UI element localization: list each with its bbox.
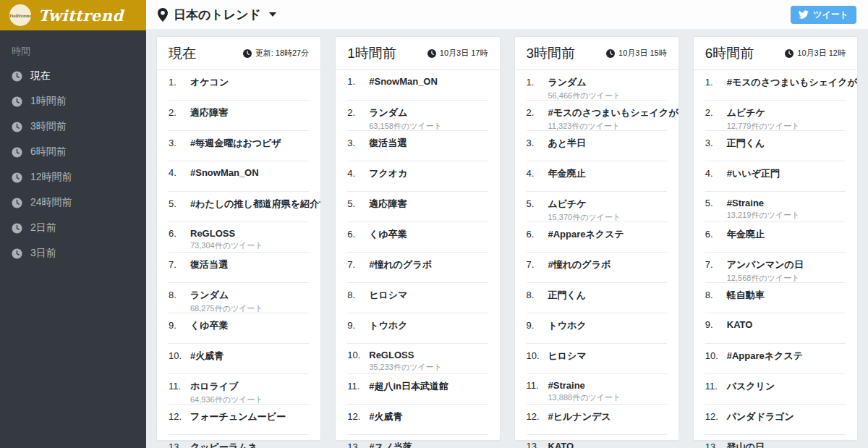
sidebar-item[interactable]: 2日前: [0, 216, 146, 241]
trend-link[interactable]: トウホク: [369, 319, 407, 332]
sidebar-item[interactable]: 3日前: [0, 241, 146, 266]
trend-rank: 11.: [705, 381, 727, 392]
trend-link[interactable]: 軽自動車: [727, 289, 765, 302]
trend-link[interactable]: くゆ卒業: [190, 319, 229, 332]
tweet-button[interactable]: ツイート: [791, 6, 856, 24]
clock-icon: [12, 223, 22, 234]
trend-link[interactable]: #火威青: [369, 410, 402, 423]
trend-link[interactable]: あと半日: [548, 137, 587, 150]
trend-link[interactable]: パンダドラゴン: [727, 410, 794, 423]
trend-link[interactable]: ヒロシマ: [369, 289, 407, 302]
trend-link[interactable]: ランダム: [190, 289, 229, 302]
trend-link[interactable]: 適応障害: [369, 198, 407, 211]
trend-link[interactable]: ReGLOSS: [190, 228, 235, 239]
sidebar-item[interactable]: 12時間前: [0, 165, 146, 190]
trend-link[interactable]: KATO: [548, 441, 574, 448]
trend-link[interactable]: トウホク: [548, 319, 587, 332]
trend-line: 1. ランダム: [527, 76, 667, 89]
trend-link[interactable]: #スノ当落: [369, 441, 412, 448]
trend-link[interactable]: くゆ卒業: [369, 228, 407, 241]
trend-link[interactable]: 年金廃止: [727, 228, 765, 241]
trend-line: 9. くゆ卒業: [169, 319, 309, 332]
trend-link[interactable]: ヒロシマ: [548, 350, 587, 363]
trend-line: 8. ランダム: [169, 289, 309, 302]
trend-row: 10. #Appareネクステ: [694, 344, 857, 374]
trend-link[interactable]: ランダム: [369, 106, 407, 119]
app-logo-title[interactable]: Twittrend: [38, 7, 124, 25]
trend-rank: 1.: [705, 77, 727, 88]
trend-rank: 12.: [705, 411, 727, 422]
column-title: 1時間前: [347, 44, 396, 63]
trend-link[interactable]: #SnowMan_ON: [190, 167, 259, 178]
trend-list: 1. オケコン 2. 適応障害 3. #毎週金曜はおつピザ 4. #SnowMa…: [157, 70, 320, 448]
sidebar-item[interactable]: 3時間前: [0, 114, 146, 140]
clock-icon: [12, 96, 22, 107]
trend-link[interactable]: ランダム: [548, 76, 587, 89]
trend-row: 6. ReGLOSS 73,304件のツイート: [157, 222, 320, 253]
trend-link[interactable]: #Appareネクステ: [727, 350, 803, 363]
trend-link[interactable]: #毎週金曜はおつピザ: [190, 137, 281, 150]
trend-link[interactable]: バスクリン: [727, 380, 775, 393]
trend-line: 12. フォーチュンムービー: [169, 410, 309, 423]
trend-link[interactable]: #Appareネクステ: [548, 228, 624, 241]
trend-link[interactable]: #モスのさつまいもシェイクが再登場: [727, 76, 857, 89]
trend-row: 4. 年金廃止: [515, 161, 678, 192]
trend-line: 2. ランダム: [347, 106, 488, 119]
trend-rank: 10.: [169, 350, 190, 361]
trend-rank: 5.: [169, 198, 190, 209]
trend-line: 7. #憧れのグラボ: [347, 258, 488, 271]
trend-link[interactable]: #超八in日本武道館: [369, 380, 448, 393]
sidebar-item[interactable]: 現在: [0, 64, 146, 89]
trend-link[interactable]: 年金廃止: [548, 167, 586, 180]
trend-link[interactable]: 正門くん: [548, 289, 587, 302]
trend-link[interactable]: #憧れのグラボ: [548, 258, 611, 271]
trend-link[interactable]: ムビチケ: [548, 198, 587, 211]
region-title[interactable]: 日本のトレンド: [174, 7, 261, 23]
trend-link[interactable]: クッピーラムネ: [190, 441, 258, 448]
trend-link[interactable]: ReGLOSS: [369, 350, 414, 360]
trend-line: 11. #Straine: [527, 380, 667, 391]
column-header: 3時間前 10月3日 15時: [515, 37, 678, 70]
trend-row: 10. #火威青: [157, 344, 320, 374]
trend-link[interactable]: #火威青: [190, 350, 224, 363]
trend-row: 5. ムビチケ 15,370件のツイート: [515, 192, 678, 222]
trend-link[interactable]: ムビチケ: [727, 106, 765, 119]
trend-link[interactable]: オケコン: [190, 76, 229, 89]
trend-link[interactable]: アンパンマンの日: [727, 258, 804, 271]
trend-link[interactable]: #Straine: [548, 380, 585, 391]
trend-link[interactable]: #わたしの推し都道府県を紹介する: [190, 198, 320, 211]
trend-line: 9. トウホク: [347, 319, 488, 332]
trend-rank: 2.: [347, 107, 369, 118]
trend-link[interactable]: #Straine: [727, 198, 764, 208]
trend-line: 4. #いいぞ正門: [705, 167, 846, 180]
trend-link[interactable]: ホロライブ: [190, 380, 239, 393]
trend-row: 7. アンパンマンの日 12,568件のツイート: [694, 253, 857, 283]
trend-link[interactable]: 登山の日: [727, 441, 765, 448]
trend-rank: 8.: [347, 289, 369, 300]
trend-row: 13. KATO: [515, 435, 678, 448]
trend-link[interactable]: #SnowMan_ON: [369, 76, 438, 87]
trend-link[interactable]: 正門くん: [727, 137, 765, 150]
trend-link[interactable]: #いいぞ正門: [727, 167, 780, 180]
trend-row: 6. くゆ卒業: [336, 222, 499, 253]
trend-link[interactable]: #ヒルナンデス: [548, 410, 611, 423]
trend-link[interactable]: フクオカ: [369, 167, 407, 180]
trend-line: 3. あと半日: [527, 137, 667, 150]
trend-link[interactable]: 適応障害: [190, 106, 228, 119]
trend-link[interactable]: 復活当選: [369, 137, 407, 150]
trend-rank: 1.: [347, 76, 369, 87]
trend-list: 1. ランダム 56,466件のツイート 2. #モスのさつまいもシェイクが再登…: [515, 70, 678, 448]
trend-link[interactable]: KATO: [727, 319, 753, 330]
chevron-down-icon[interactable]: [269, 12, 276, 17]
trend-tweet-count: 15,370件のツイート: [548, 212, 667, 222]
trend-link[interactable]: #憧れのグラボ: [369, 258, 432, 271]
sidebar-item[interactable]: 1時間前: [0, 89, 146, 114]
trend-link[interactable]: フォーチュンムービー: [190, 410, 286, 423]
trend-link[interactable]: #モスのさつまいもシェイクが再登場: [548, 106, 678, 119]
trend-row: 2. ランダム 63,158件のツイート: [336, 101, 499, 131]
sidebar-item[interactable]: 6時間前: [0, 140, 146, 165]
trend-link[interactable]: 復活当選: [190, 258, 228, 271]
trend-line: 5. #わたしの推し都道府県を紹介する: [169, 198, 309, 211]
sidebar-item[interactable]: 24時間前: [0, 190, 146, 216]
trend-rank: 6.: [527, 229, 548, 240]
